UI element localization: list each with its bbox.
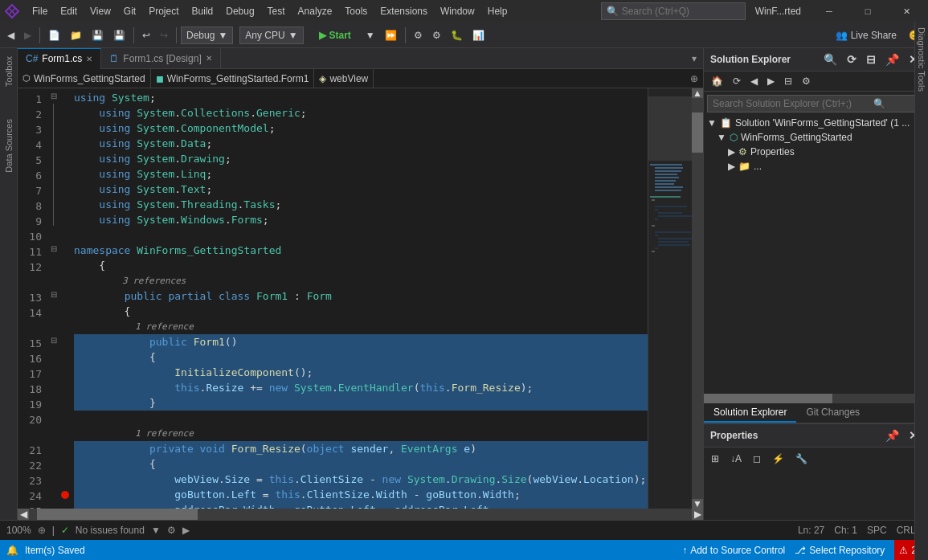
solution-search-icon[interactable]: 🔍	[820, 51, 840, 67]
scroll-down-button[interactable]: ▼	[692, 499, 703, 509]
tab-more-button[interactable]: ▾	[685, 53, 703, 64]
menu-search-box[interactable]: 🔍	[601, 2, 746, 20]
save-button[interactable]: 💾	[88, 27, 108, 43]
vertical-scrollbar[interactable]: ▲ ▼	[692, 88, 703, 509]
menu-analyze[interactable]: Analyze	[292, 2, 339, 20]
tree-item-solution[interactable]: ▼ 📋 Solution 'WinForms_GettingStarted' (…	[704, 116, 928, 130]
scroll-thumb[interactable]	[692, 112, 703, 153]
save-all-button[interactable]: 💾	[109, 27, 129, 43]
source-control-item[interactable]: ↑ Add to Source Control	[682, 545, 785, 556]
menu-extensions[interactable]: Extensions	[374, 2, 434, 20]
code-content[interactable]: using System; using System.Collections.G…	[71, 88, 648, 509]
items-saved-label: Item(s) Saved	[25, 545, 85, 556]
search-icon: 🔍	[607, 6, 619, 17]
attach-button[interactable]: ⏩	[381, 27, 401, 43]
breadcrumb-expand-button[interactable]: ⊕	[685, 73, 703, 84]
undo-button[interactable]: ↩	[138, 27, 154, 43]
toolbox-label[interactable]: Toolbox	[4, 48, 14, 95]
diagnostic-tools-label[interactable]: Diagnostic Tools	[914, 22, 928, 560]
data-sources-label[interactable]: Data Sources	[4, 111, 14, 181]
h-scroll-track[interactable]	[29, 509, 692, 520]
solution-collapse-all-icon[interactable]: ⊟	[863, 51, 879, 67]
tab-close-form1[interactable]: ✕	[86, 55, 92, 63]
props-events-button[interactable]: ⚡	[768, 451, 788, 467]
solution-search-box[interactable]: 🔍	[707, 95, 925, 112]
scroll-up-button[interactable]: ▲	[692, 88, 703, 98]
sol-settings-button[interactable]: ⚙	[798, 73, 815, 89]
tab-form1-design[interactable]: 🗒 Form1.cs [Design] ✕	[101, 48, 220, 69]
forward-button[interactable]: ▶	[20, 27, 35, 43]
collapse-line1[interactable]: ⊟	[50, 88, 58, 104]
select-repository-item[interactable]: ⎇ Select Repository	[795, 545, 885, 556]
collapse-constructor[interactable]: ⊟	[50, 333, 58, 348]
menu-tools[interactable]: Tools	[338, 2, 374, 20]
menu-window[interactable]: Window	[434, 2, 481, 20]
breadcrumb-member[interactable]: ◈ webView	[314, 69, 374, 88]
props-pin-icon[interactable]: 📌	[882, 427, 902, 444]
menu-git[interactable]: Git	[117, 2, 142, 20]
breadcrumb-class[interactable]: ◼ WinForms_GettingStarted.Form1	[151, 69, 315, 88]
tab-close-design[interactable]: ✕	[206, 54, 212, 63]
menu-debug[interactable]: Debug	[219, 2, 260, 20]
cpu-config-dropdown[interactable]: Any CPU ▼	[239, 27, 303, 44]
tree-h-scrollbar[interactable]	[704, 394, 928, 403]
props-properties-button[interactable]: ◻	[749, 451, 765, 467]
zoom-level[interactable]: 100%	[6, 525, 31, 536]
minimize-button[interactable]: ─	[811, 0, 848, 22]
tree-item-properties[interactable]: ▶ ⚙ Properties	[704, 145, 928, 159]
open-file-button[interactable]: 📁	[66, 27, 86, 43]
solution-sync-icon[interactable]: ⟳	[844, 51, 860, 67]
h-scroll-thumb[interactable]	[37, 509, 198, 520]
minimap[interactable]	[648, 88, 692, 509]
solution-pin-icon[interactable]: 📌	[882, 51, 902, 67]
menu-view[interactable]: View	[84, 2, 117, 20]
props-wrench-button[interactable]: 🔧	[791, 451, 811, 467]
menu-project[interactable]: Project	[142, 2, 185, 20]
toolbar-separator-3	[176, 27, 177, 43]
tree-h-scroll-thumb[interactable]	[704, 394, 832, 403]
sol-back-button[interactable]: ◀	[746, 73, 762, 89]
debug-toolbar-btn[interactable]: 🐛	[447, 27, 467, 43]
back-button[interactable]: ◀	[3, 27, 18, 43]
sol-collapse-button[interactable]: ⊟	[780, 73, 796, 89]
liveshare-button[interactable]: 👥 Live Share	[829, 27, 903, 43]
tree-item-project[interactable]: ▼ ⬡ WinForms_GettingStarted	[704, 130, 928, 145]
scroll-left-button[interactable]: ◀	[18, 509, 29, 520]
menu-test[interactable]: Test	[261, 2, 292, 20]
horizontal-scrollbar[interactable]: ◀ ▶	[18, 509, 703, 520]
breadcrumb-namespace[interactable]: ⬡ WinForms_GettingStarted	[18, 69, 151, 88]
maximize-button[interactable]: □	[849, 0, 886, 22]
sol-home-button[interactable]: 🏠	[707, 73, 727, 89]
menu-edit[interactable]: Edit	[54, 2, 84, 20]
start-dropdown-button[interactable]: ▼	[362, 27, 379, 43]
menu-build[interactable]: Build	[186, 2, 220, 20]
rebuild-button[interactable]: ⚙	[428, 27, 445, 43]
issues-arrow-icon[interactable]: ▶	[182, 525, 190, 536]
collapse-class[interactable]: ⊟	[50, 287, 58, 302]
issues-dropdown-icon[interactable]: ▼	[151, 525, 161, 536]
solution-search-input[interactable]	[713, 98, 873, 109]
new-file-button[interactable]: 📄	[44, 27, 64, 43]
menu-search-input[interactable]	[622, 6, 734, 17]
menu-help[interactable]: Help	[481, 2, 514, 20]
start-button[interactable]: ▶ Start	[310, 27, 360, 43]
tab-git-changes[interactable]: Git Changes	[796, 403, 869, 423]
issues-settings-icon[interactable]: ⚙	[167, 525, 176, 536]
debug-config-dropdown[interactable]: Debug ▼	[181, 27, 233, 44]
sol-refresh-button[interactable]: ⟳	[729, 73, 745, 89]
props-categorized-button[interactable]: ⊞	[707, 451, 723, 467]
scroll-right-button[interactable]: ▶	[692, 509, 703, 520]
redo-button[interactable]: ↪	[156, 27, 172, 43]
perf-button[interactable]: 📊	[468, 27, 489, 43]
tab-solution-explorer[interactable]: Solution Explorer	[704, 403, 796, 423]
tree-item-other[interactable]: ▶ 📁 ...	[704, 159, 928, 174]
menu-file[interactable]: File	[26, 2, 54, 20]
solution-tree[interactable]: ▼ 📋 Solution 'WinForms_GettingStarted' (…	[704, 116, 928, 394]
props-alphabetical-button[interactable]: ↓A	[726, 451, 746, 467]
sol-forward-button[interactable]: ▶	[763, 73, 779, 89]
close-button[interactable]: ✕	[888, 0, 925, 22]
collapse-namespace[interactable]: ⊟	[50, 241, 58, 256]
minimap-viewport[interactable]	[648, 96, 692, 161]
tab-form1-cs[interactable]: C# Form1.cs ✕	[18, 48, 101, 69]
build-button[interactable]: ⚙	[410, 27, 427, 43]
